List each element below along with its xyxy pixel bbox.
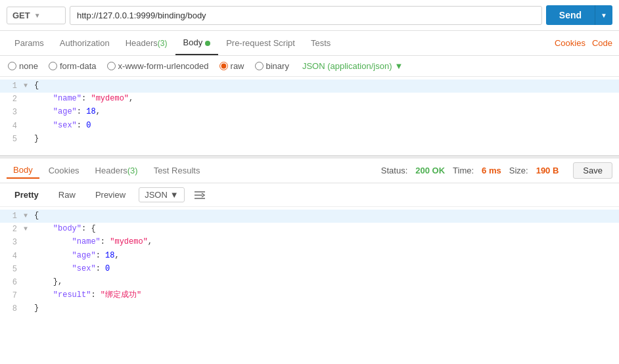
tabs-right: Cookies Code (555, 38, 612, 48)
tab-authorization[interactable]: Authorization (52, 32, 118, 55)
resp-tab-body[interactable]: Body (7, 162, 39, 179)
send-arrow-button[interactable]: ▼ (595, 5, 612, 25)
code-line: 8} (0, 302, 619, 312)
response-body-editor[interactable]: 1▼{2▼ "body": {3 "name": "mydemo",4 "age… (0, 207, 619, 312)
code-line: 7 "result": "绑定成功" (0, 289, 619, 302)
resp-tab-test-results[interactable]: Test Results (147, 163, 207, 178)
code-line: 1▼{ (0, 210, 619, 223)
tab-tests[interactable]: Tests (303, 32, 338, 55)
body-dot (205, 41, 210, 46)
option-urlencoded[interactable]: x-www-form-urlencoded (107, 61, 209, 71)
size-label: Size: (509, 166, 528, 175)
option-form-data[interactable]: form-data (49, 61, 97, 71)
code-line: 3 "name": "mydemo", (0, 236, 619, 249)
response-json-dropdown[interactable]: JSON ▼ (139, 187, 185, 202)
code-line: 6 }, (0, 276, 619, 289)
code-line: 4 "sex": 0 (0, 120, 619, 133)
response-status: Status: 200 OK Time: 6 ms Size: 190 B Sa… (381, 162, 612, 179)
code-line: 1▼{ (0, 80, 619, 93)
json-dd-chevron: ▼ (170, 190, 179, 200)
code-line: 2 "name": "mydemo", (0, 93, 619, 106)
cookies-link[interactable]: Cookies (555, 38, 585, 48)
response-tabs-row: Body Cookies Headers(3) Test Results Sta… (0, 158, 619, 183)
code-line: 5} (0, 133, 619, 146)
status-label: Status: (381, 166, 407, 175)
code-line: 4 "age": 18, (0, 250, 619, 263)
resp-tab-headers[interactable]: Headers(3) (89, 163, 145, 178)
raw-button[interactable]: Raw (52, 187, 82, 202)
resp-tab-cookies[interactable]: Cookies (42, 163, 86, 178)
request-tabs-row: Params Authorization Headers(3) Body Pre… (0, 31, 619, 56)
request-body-editor[interactable]: 1▼{2 "name": "mydemo",3 "age": 18,4 "sex… (0, 77, 619, 156)
json-type-chevron: ▼ (394, 61, 403, 71)
code-line: 5 "sex": 0 (0, 263, 619, 276)
body-options-row: none form-data x-www-form-urlencoded raw… (0, 56, 619, 77)
code-line: 3 "age": 18, (0, 106, 619, 119)
tab-pre-request[interactable]: Pre-request Script (218, 32, 303, 55)
method-chevron-icon: ▼ (34, 12, 41, 19)
status-value: 200 OK (415, 166, 445, 175)
tab-body[interactable]: Body (175, 31, 219, 55)
wrap-icon[interactable] (194, 191, 206, 200)
url-input[interactable] (70, 6, 542, 25)
method-select[interactable]: GET ▼ (7, 7, 66, 24)
size-value: 190 B (536, 166, 559, 175)
tab-params[interactable]: Params (7, 32, 52, 55)
code-link[interactable]: Code (592, 38, 612, 48)
time-value: 6 ms (482, 166, 501, 175)
json-type-select[interactable]: JSON (application/json) ▼ (302, 61, 403, 71)
send-button[interactable]: Send (546, 5, 595, 25)
method-label: GET (12, 11, 30, 20)
code-line: 2▼ "body": { (0, 223, 619, 236)
response-format-row: Pretty Raw Preview JSON ▼ (0, 183, 619, 207)
preview-button[interactable]: Preview (89, 187, 132, 202)
option-none[interactable]: none (8, 61, 38, 71)
option-raw[interactable]: raw (219, 61, 244, 71)
option-binary[interactable]: binary (255, 61, 289, 71)
pretty-button[interactable]: Pretty (8, 187, 45, 202)
top-bar: GET ▼ Send ▼ (0, 0, 619, 31)
save-button[interactable]: Save (573, 162, 612, 179)
time-label: Time: (453, 166, 474, 175)
send-button-group: Send ▼ (546, 5, 612, 25)
tab-headers[interactable]: Headers(3) (118, 32, 175, 55)
